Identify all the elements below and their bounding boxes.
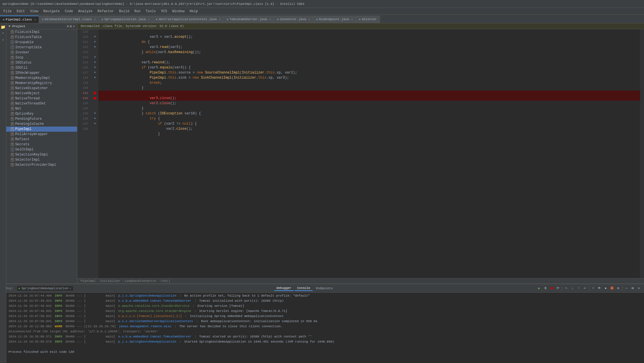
debug-restore-btn[interactable]: ⊞	[630, 286, 635, 291]
menu-vcs[interactable]: VCS	[159, 9, 170, 14]
sidebar-item-pipeimpl[interactable]: C PipeImpl	[6, 127, 77, 132]
tab-nioendpoint-close[interactable]: ✕	[351, 18, 353, 21]
sidebar-item-nativedispatcher[interactable]: C NativeDispatcher	[6, 86, 77, 91]
log-thread: main]	[87, 304, 115, 308]
sidebar-item-secrets[interactable]: C Secrets	[6, 142, 77, 147]
favorites-icon[interactable]: ★	[1, 37, 6, 42]
sidebar-item-selectorproviderimpl[interactable]: C SelectorProviderImpl	[6, 162, 77, 167]
sidebar-close-icon[interactable]: ✕	[73, 24, 75, 28]
menu-window[interactable]: Window	[170, 9, 187, 14]
log-message: Tomcat initialized with port(s): 10386 (…	[197, 299, 284, 303]
sidebar-settings-icon[interactable]: ⚙	[67, 24, 69, 28]
tab-pipeimpl[interactable]: ◆ PipeImpl.class ✕	[0, 16, 39, 23]
debug-run-to-cursor-btn[interactable]: ↩	[582, 286, 588, 291]
sidebar-item-nativeobject[interactable]: C NativeObject	[6, 91, 77, 96]
tab-debugger[interactable]: Debugger	[274, 286, 294, 291]
debug-resume-btn[interactable]: ▶	[536, 286, 542, 291]
menu-navigate[interactable]: Navigate	[41, 9, 62, 14]
debug-close-btn[interactable]: ✕	[636, 286, 642, 291]
tab-tomcatwebserver-close[interactable]: ✕	[269, 18, 271, 21]
log-level: INFO	[53, 334, 62, 339]
tab-windowsselector[interactable]: ◆ WindowsSelectorImpl.class ✕	[39, 16, 99, 23]
log-thread: main]	[87, 314, 115, 318]
sidebar-item-selectorimpl[interactable]: C SelectorImpl	[6, 157, 77, 162]
tab-console[interactable]: Console	[295, 286, 312, 291]
menu-analyze[interactable]: Analyze	[76, 9, 95, 14]
menu-build[interactable]: Build	[117, 9, 132, 14]
class-icon: C	[11, 107, 14, 110]
tab-endpoints[interactable]: Endpoints	[314, 286, 335, 291]
gutter-128: ▼	[92, 75, 98, 80]
project-icon[interactable]: 📁	[1, 24, 6, 30]
sidebar-expand-icon[interactable]: ⊞	[70, 24, 72, 28]
menu-view[interactable]: View	[28, 9, 41, 14]
sidebar-item-pendingiocache[interactable]: C PendingIoCache	[6, 121, 77, 127]
menu-run[interactable]: Run	[132, 9, 143, 14]
code-line-125: if (var5.equals(var4)) {	[98, 60, 640, 65]
code-editor[interactable]: 119 120 121 122 123 124 125 126 127 128 …	[77, 29, 644, 278]
tab-springapplication[interactable]: ◆ SpringApplication.java ✕	[99, 16, 153, 23]
sidebar-item-selectionkeyimpl[interactable]: C SelectionKeyImpl	[6, 152, 77, 157]
title-text: springbootdemo [D:\taskDemo\JavaTaskDemo…	[2, 2, 304, 6]
tab-abstractapplicationcontext[interactable]: ◆ AbstractApplicationContext.java ✕	[153, 16, 224, 23]
line-num-131: 131	[78, 91, 90, 96]
sidebar-item-optionkey[interactable]: C OptionKey	[6, 111, 77, 116]
debug-settings-btn[interactable]: ⚙	[615, 286, 621, 291]
sidebar-item-iovecwrapper[interactable]: C IOVecWrapper	[6, 70, 77, 75]
debug-evaluate-btn[interactable]: ⚡	[590, 286, 596, 291]
sidebar-item-filelockimpl[interactable]: C FileLockImpl	[6, 30, 77, 35]
debug-stop-btn[interactable]: ⏹	[549, 286, 554, 291]
tab-connector-close[interactable]: ✕	[308, 18, 310, 21]
sidebar-item-net[interactable]: C Net	[6, 106, 77, 111]
sidebar-item-iocp[interactable]: C Iocp	[6, 55, 77, 60]
menu-help[interactable]: Help	[187, 9, 200, 14]
sidebar-item-nativethreadset[interactable]: C NativeThreadSet	[6, 101, 77, 106]
log-level: INFO	[53, 309, 62, 313]
sidebar-label: SelChImpl	[15, 148, 34, 152]
debug-app-close[interactable]: ✕	[70, 287, 71, 290]
sidebar-label: PollArrayWrapper	[15, 132, 48, 136]
sidebar-item-iostatus[interactable]: C IOStatus	[6, 60, 77, 65]
sidebar-item-invoker[interactable]: C Invoker	[6, 50, 77, 55]
debug-step-into-btn[interactable]: ↓	[570, 286, 575, 291]
debug-mute-btn[interactable]: 🔕	[609, 286, 615, 291]
sidebar-item-pollarraywrapper[interactable]: C PollArrayWrapper	[6, 132, 77, 137]
menu-tools[interactable]: Tools	[144, 9, 158, 14]
menu-refactor[interactable]: Refactor	[95, 9, 116, 14]
code-content[interactable]: var3 = var1.accept(); do { var3.read(var…	[98, 29, 640, 278]
tab-nioendpoint[interactable]: ◆ NioEndpoint.java ✕	[313, 16, 356, 23]
menu-code[interactable]: Code	[63, 9, 75, 14]
debug-pause-btn[interactable]: ⏸	[543, 286, 548, 291]
tab-connector[interactable]: ◆ Connector.java ✕	[274, 16, 313, 23]
debug-step-out-btn[interactable]: ↑	[576, 286, 581, 291]
tab-abstractapplicationcontext-close[interactable]: ✕	[219, 18, 221, 21]
sidebar-item-groupable[interactable]: I Groupable	[6, 40, 77, 45]
sidebar-item-nativethread[interactable]: C NativeThread	[6, 96, 77, 101]
sidebar-item-pendingfuture[interactable]: C PendingFuture	[6, 116, 77, 121]
tab-pipeimpl-close[interactable]: ✕	[34, 18, 36, 21]
sidebar-item-reflect[interactable]: C Reflect	[6, 137, 77, 142]
sidebar-item-ioutil[interactable]: C IOUtil	[6, 65, 77, 70]
structure-icon[interactable]: ≡	[1, 31, 6, 36]
tab-windowsselector-close[interactable]: ✕	[94, 18, 96, 21]
class-icon: C	[11, 153, 14, 156]
debug-app-tab[interactable]: ▶ SpringbootdemoApplication ✕	[17, 286, 73, 291]
debug-restart-btn[interactable]: ⟳	[555, 286, 561, 291]
bottom-content: ▲ ▼ ⊘ ≡ ↵ 🖨 ⚙ 2024-11-26 16:07:44.400 IN…	[0, 293, 644, 363]
debug-breakpoints-btn[interactable]: ●	[603, 286, 608, 291]
log-class: p.j.s.SpringbootdemoApplication	[116, 339, 176, 344]
tab-tomcatwebserver[interactable]: ◆ TomcatWebServer.java ✕	[224, 16, 274, 23]
tab-springapplication-close[interactable]: ✕	[148, 18, 150, 21]
sidebar-item-membershipkeyimpl[interactable]: C MembershipKeyImpl	[6, 75, 77, 81]
debug-watch-btn[interactable]: 👁	[597, 286, 602, 291]
menu-file[interactable]: File	[1, 9, 14, 14]
debug-minimize-btn[interactable]: —	[624, 286, 629, 291]
sidebar-item-membershipregistry[interactable]: C MembershipRegistry	[6, 81, 77, 86]
sidebar-item-interruptible[interactable]: I Interruptible	[6, 45, 77, 50]
menu-edit[interactable]: Edit	[14, 9, 27, 14]
sidebar-item-filelocktable[interactable]: C FileLockTable	[6, 35, 77, 40]
sidebar-item-selchimpl[interactable]: I SelChImpl	[6, 147, 77, 152]
log-thread: main]	[87, 299, 115, 303]
tab-selector[interactable]: ◆ Selector	[356, 16, 380, 23]
debug-step-over-btn[interactable]: ↷	[563, 286, 569, 291]
